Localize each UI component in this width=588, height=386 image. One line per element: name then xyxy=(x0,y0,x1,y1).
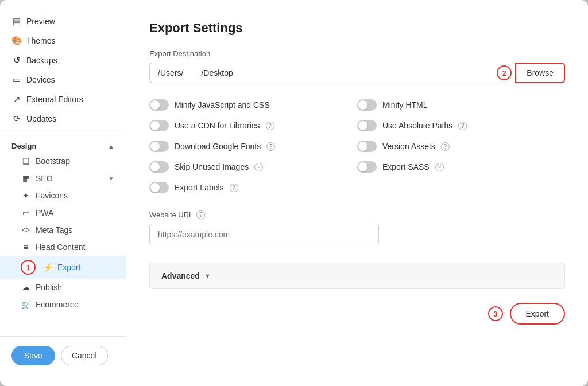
website-url-section: Website URL ? xyxy=(149,210,565,245)
help-skip-unused-images-icon[interactable]: ? xyxy=(254,163,263,171)
advanced-label: Advanced xyxy=(161,271,200,280)
toggle-absolute-paths[interactable] xyxy=(357,120,377,131)
sidebar-item-themes[interactable]: 🎨 Themes xyxy=(0,31,126,50)
sidebar-divider xyxy=(0,132,126,132)
sidebar-item-seo[interactable]: ▦ SEO ▼ xyxy=(0,170,126,187)
pwa-icon: ▭ xyxy=(21,208,31,217)
option-absolute-paths: Use Absolute Paths ? xyxy=(357,115,565,136)
footer-actions: 3 Export xyxy=(149,303,565,325)
sidebar-item-external-editors[interactable]: ↗ External Editors xyxy=(0,89,126,109)
sidebar-item-head-content[interactable]: ≡ Head Content xyxy=(0,239,126,256)
export-button[interactable]: Export xyxy=(510,303,565,325)
toggle-export-sass[interactable] xyxy=(357,161,377,173)
sidebar-item-pwa[interactable]: ▭ PWA xyxy=(0,204,126,221)
help-version-assets-icon[interactable]: ? xyxy=(441,142,450,151)
toggle-export-labels[interactable] xyxy=(149,182,169,193)
help-absolute-paths-icon[interactable]: ? xyxy=(458,122,467,130)
save-button[interactable]: Save xyxy=(11,346,55,365)
option-minify-html: Minify HTML xyxy=(357,95,565,115)
export-icon: ⚡ xyxy=(42,263,53,272)
annotation-3: 3 xyxy=(488,306,503,321)
export-destination-row: 2 Browse xyxy=(149,63,565,83)
option-version-assets: Version Assets ? xyxy=(357,136,565,157)
sidebar: ▤ Preview 🎨 Themes ↺ Backups ▭ Devices ↗… xyxy=(0,0,126,386)
sidebar-item-backups[interactable]: ↺ Backups xyxy=(0,50,126,70)
option-skip-unused-images: Skip Unused Images ? xyxy=(149,157,357,177)
sidebar-item-ecommerce[interactable]: 🛒 Ecommerce xyxy=(0,296,126,313)
devices-icon: ▭ xyxy=(11,75,22,85)
main-content: Export Settings Export Destination 2 Bro… xyxy=(126,0,588,386)
seo-icon: ▦ xyxy=(21,174,31,183)
toggle-skip-unused-images[interactable] xyxy=(149,161,169,173)
export-path-input[interactable] xyxy=(149,63,515,83)
sidebar-item-favicons[interactable]: ✦ Favicons xyxy=(0,187,126,204)
options-grid: Minify JavaScript and CSS Minify HTML Us… xyxy=(149,95,565,198)
favicons-icon: ✦ xyxy=(21,191,31,200)
sidebar-item-meta-tags[interactable]: <> Meta Tags xyxy=(0,221,126,239)
sidebar-item-devices[interactable]: ▭ Devices xyxy=(0,70,126,89)
help-website-url-icon[interactable]: ? xyxy=(196,210,205,219)
help-export-labels-icon[interactable]: ? xyxy=(230,184,238,192)
external-editors-icon: ↗ xyxy=(11,94,22,104)
browse-button[interactable]: Browse xyxy=(515,63,565,83)
sidebar-item-preview[interactable]: ▤ Preview xyxy=(0,11,126,31)
backups-icon: ↺ xyxy=(11,55,22,65)
sidebar-item-updates[interactable]: ⟳ Updates xyxy=(0,109,126,128)
meta-tags-icon: <> xyxy=(21,226,31,234)
ecommerce-icon: 🛒 xyxy=(21,300,31,309)
publish-icon: ☁ xyxy=(21,283,31,292)
option-google-fonts: Download Google Fonts ? xyxy=(149,136,357,157)
bootstrap-icon: ❑ xyxy=(21,157,31,166)
sidebar-item-export[interactable]: 1 ⚡ Export xyxy=(0,256,126,279)
design-chevron-icon: ▲ xyxy=(108,143,114,150)
toggle-minify-js-css[interactable] xyxy=(149,99,169,111)
annotation-2: 2 xyxy=(497,65,512,80)
advanced-chevron-icon: ▼ xyxy=(204,272,211,279)
updates-icon: ⟳ xyxy=(11,114,22,124)
toggle-google-fonts[interactable] xyxy=(149,141,169,152)
option-minify-js-css: Minify JavaScript and CSS xyxy=(149,95,357,115)
help-cdn-libraries-icon[interactable]: ? xyxy=(266,122,274,130)
website-url-input[interactable] xyxy=(149,224,379,245)
toggle-cdn-libraries[interactable] xyxy=(149,120,169,131)
advanced-section[interactable]: Advanced ▼ xyxy=(149,263,565,289)
help-export-sass-icon[interactable]: ? xyxy=(435,163,444,171)
toggle-version-assets[interactable] xyxy=(357,141,377,152)
head-content-icon: ≡ xyxy=(21,243,31,252)
preview-icon: ▤ xyxy=(11,16,22,26)
design-section-label: Design ▲ xyxy=(0,136,126,153)
app-window: ▤ Preview 🎨 Themes ↺ Backups ▭ Devices ↗… xyxy=(0,0,588,386)
annotation-1: 1 xyxy=(21,260,36,275)
page-title: Export Settings xyxy=(149,21,565,36)
option-export-labels: Export Labels ? xyxy=(149,177,357,198)
option-export-sass: Export SASS ? xyxy=(357,157,565,177)
seo-chevron-icon: ▼ xyxy=(108,175,114,182)
sidebar-item-publish[interactable]: ☁ Publish xyxy=(0,279,126,296)
cancel-button[interactable]: Cancel xyxy=(61,346,108,365)
themes-icon: 🎨 xyxy=(11,36,22,46)
export-destination-label: Export Destination xyxy=(149,49,565,58)
website-url-label: Website URL ? xyxy=(149,210,565,219)
help-google-fonts-icon[interactable]: ? xyxy=(266,142,275,151)
sidebar-footer: Save Cancel xyxy=(0,336,126,375)
toggle-minify-html[interactable] xyxy=(357,99,377,111)
sidebar-item-bootstrap[interactable]: ❑ Bootstrap xyxy=(0,153,126,170)
option-cdn-libraries: Use a CDN for Libraries ? xyxy=(149,115,357,136)
